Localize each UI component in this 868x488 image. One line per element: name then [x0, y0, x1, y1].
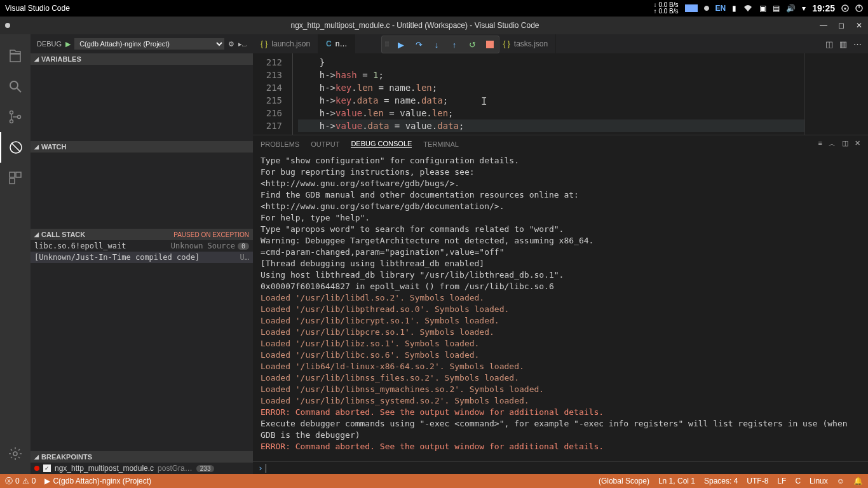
breakpoint-checkbox[interactable]: ✓	[43, 464, 51, 472]
taskbar-volume-icon[interactable]: 🔊	[786, 4, 796, 13]
status-scope[interactable]: (Global Scope)	[599, 477, 649, 485]
status-encoding[interactable]: UTF-8	[747, 477, 768, 485]
svg-point-8	[18, 116, 21, 119]
breakpoint-func: postGra…	[158, 464, 193, 473]
status-debug-config[interactable]: ▶ C(gdb Attach)-nginx (Project)	[44, 477, 151, 485]
editor-more-icon[interactable]: ⋯	[853, 39, 862, 49]
activity-search[interactable]	[0, 71, 31, 102]
tab-launch-json[interactable]: { }launch.json	[253, 34, 318, 53]
watch-header[interactable]: ◢WATCH	[31, 141, 253, 152]
debug-console-icon[interactable]: ▸⎵	[238, 40, 247, 48]
svg-point-14	[13, 452, 17, 456]
taskbar-record-icon[interactable]	[704, 6, 709, 11]
taskbar-lock-icon[interactable]	[841, 4, 849, 12]
debug-console-input[interactable]: ›	[253, 461, 868, 474]
minimap[interactable]	[804, 53, 868, 135]
status-bar: ⓧ 0 ⚠ 0 ▶ C(gdb Attach)-nginx (Project) …	[0, 474, 868, 488]
taskbar-wifi-icon[interactable]	[743, 4, 753, 12]
tab-tasks-json[interactable]: { }tasks.json	[495, 34, 556, 53]
debug-step-into-button[interactable]: ↓	[430, 38, 443, 51]
status-feedback-icon[interactable]: ☺	[837, 477, 844, 485]
json-icon: { }	[503, 39, 510, 48]
code-content[interactable]: } h->hash = 1; h->key.len = name.len; h-…	[292, 53, 804, 135]
status-eol[interactable]: LF	[777, 477, 786, 485]
window-title: ngx_http_multipost_module.c - Untitled (…	[15, 21, 815, 30]
debug-step-over-button[interactable]: ↷	[412, 38, 425, 51]
window-minimize-button[interactable]: —	[815, 17, 832, 34]
taskbar-workspace-indicator[interactable]	[685, 4, 698, 12]
panel-debug-console[interactable]: DEBUG CONSOLE	[351, 140, 412, 148]
activity-extensions[interactable]	[0, 163, 31, 193]
panel-maximize-icon[interactable]: ◫	[842, 139, 848, 149]
variables-header[interactable]: ◢VARIABLES	[31, 53, 253, 65]
status-spaces[interactable]: Spaces: 4	[704, 477, 738, 485]
debug-settings-icon[interactable]: ⚙	[228, 40, 234, 48]
tab-c-file[interactable]: Cn…	[318, 34, 355, 53]
panel-tabs: PROBLEMS OUTPUT DEBUG CONSOLE TERMINAL ≡…	[253, 135, 868, 152]
breakpoint-file: ngx_http_multipost_module.c	[55, 464, 154, 473]
panel-close-icon[interactable]: ✕	[855, 139, 860, 149]
taskbar-battery-icon[interactable]: ▮	[732, 4, 736, 13]
editor-split-icon[interactable]: ◫	[825, 39, 833, 49]
debug-toolbar[interactable]: ⠿ ▶ ↷ ↓ ↑ ↺	[381, 36, 499, 53]
breakpoint-line: 233	[196, 465, 215, 472]
activity-settings[interactable]	[0, 438, 31, 469]
line-gutter: 212 213 214 215 216 217	[253, 53, 292, 135]
taskbar-dropdown-icon[interactable]: ▾	[802, 4, 806, 13]
activity-scm[interactable]	[0, 102, 31, 132]
repl-prompt-icon: ›	[258, 463, 263, 473]
svg-rect-13	[10, 179, 15, 184]
svg-point-7	[10, 120, 13, 123]
status-os[interactable]: Linux	[810, 477, 828, 485]
svg-point-6	[10, 111, 13, 114]
svg-rect-1	[844, 8, 846, 10]
modified-indicator	[5, 23, 10, 28]
panel-terminal[interactable]: TERMINAL	[423, 140, 459, 148]
debug-label: DEBUG	[37, 40, 62, 48]
taskbar-tray-icon[interactable]: ▤	[773, 4, 780, 13]
editor-layout-icon[interactable]: ▥	[839, 39, 847, 49]
panel-collapse-icon[interactable]: ︿	[829, 139, 836, 149]
debug-header: DEBUG ▶ C(gdb Attach)-nginx (Project) ⚙ …	[31, 34, 253, 53]
svg-line-5	[17, 88, 21, 92]
window-close-button[interactable]: ✕	[850, 17, 868, 34]
callstack-header[interactable]: ◢CALL STACKPAUSED ON EXCEPTION	[31, 229, 253, 240]
editor-area: { }launch.json Cn… { }tasks.json ◫ ▥ ⋯ 2…	[253, 34, 868, 474]
panel-problems[interactable]: PROBLEMS	[261, 140, 299, 148]
taskbar-clock[interactable]: 19:25	[812, 3, 835, 13]
debug-console-output[interactable]: Type "show configuration" for configurat…	[253, 152, 868, 461]
debug-stop-button[interactable]	[484, 38, 496, 51]
status-ln-col[interactable]: Ln 1, Col 1	[658, 477, 695, 485]
activity-bar	[0, 34, 31, 474]
panel-output[interactable]: OUTPUT	[311, 140, 339, 148]
svg-rect-11	[10, 172, 15, 177]
callstack-row[interactable]: [Unknown/Just-In-Time compiled code]U…	[31, 252, 253, 263]
taskbar-power-icon[interactable]	[855, 4, 863, 12]
debug-step-out-button[interactable]: ↑	[448, 38, 461, 51]
activity-debug[interactable]	[0, 132, 31, 163]
status-errors[interactable]: ⓧ 0 ⚠ 0	[5, 476, 36, 487]
code-editor[interactable]: 212 213 214 215 216 217 } h->hash = 1; h…	[253, 53, 868, 135]
c-file-icon: C	[326, 39, 332, 48]
debug-start-button[interactable]: ▶	[65, 40, 71, 48]
activity-explorer[interactable]	[0, 41, 31, 71]
watch-body	[31, 152, 253, 229]
taskbar-clipboard-icon[interactable]: ▣	[759, 4, 766, 13]
callstack-body: libc.so.6!epoll_waitUnknown Source0 [Unk…	[31, 240, 253, 263]
callstack-row[interactable]: libc.so.6!epoll_waitUnknown Source0	[31, 240, 253, 252]
breakpoint-row[interactable]: ✓ ngx_http_multipost_module.c postGra… 2…	[31, 463, 253, 474]
editor-tabs: { }launch.json Cn… { }tasks.json ◫ ▥ ⋯	[253, 34, 868, 53]
svg-point-4	[10, 81, 18, 89]
window-maximize-button[interactable]: ◻	[832, 17, 850, 34]
breakpoints-body: ✓ ngx_http_multipost_module.c postGra… 2…	[31, 463, 253, 474]
debug-restart-button[interactable]: ↺	[466, 38, 478, 51]
debug-config-select[interactable]: C(gdb Attach)-nginx (Project)	[74, 38, 224, 50]
debug-toolbar-grip[interactable]: ⠿	[384, 41, 390, 49]
taskbar-lang[interactable]: EN	[715, 4, 726, 13]
debug-continue-button[interactable]: ▶	[395, 38, 407, 51]
status-lang[interactable]: C	[795, 477, 801, 485]
breakpoints-header[interactable]: ◢BREAKPOINTS	[31, 451, 253, 463]
panel-clear-icon[interactable]: ≡	[818, 139, 822, 149]
status-bell-icon[interactable]: 🔔	[853, 477, 863, 485]
title-bar: ngx_http_multipost_module.c - Untitled (…	[0, 17, 868, 34]
